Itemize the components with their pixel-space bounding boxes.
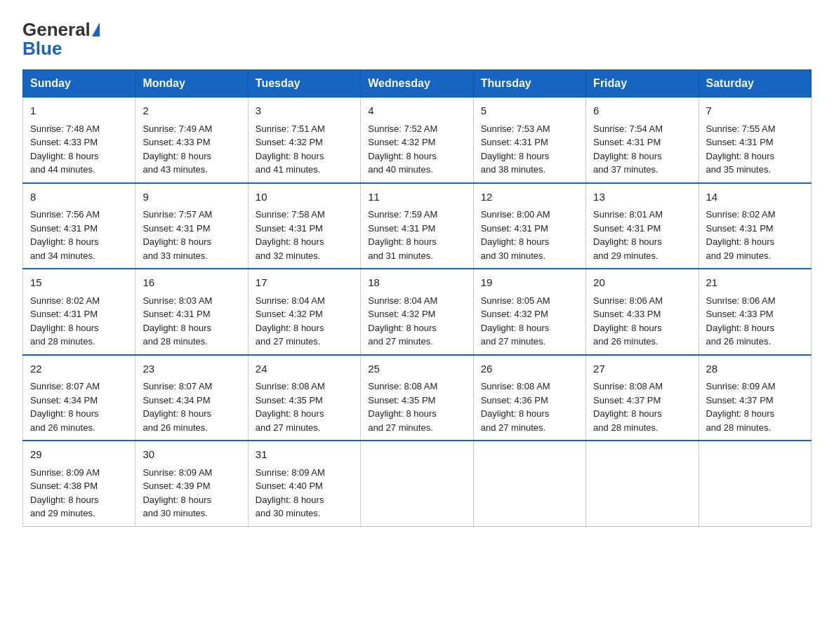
sunrise-text: Sunrise: 7:48 AM [30, 123, 100, 134]
daylight-text: Daylight: 8 hoursand 29 minutes. [30, 495, 99, 519]
sunrise-text: Sunrise: 8:04 AM [256, 295, 325, 306]
day-number: 7 [706, 103, 804, 119]
calendar-cell: 20Sunrise: 8:06 AMSunset: 4:33 PMDayligh… [586, 269, 699, 355]
daylight-text: Daylight: 8 hoursand 26 minutes. [706, 323, 775, 347]
day-number: 10 [256, 189, 353, 206]
daylight-text: Daylight: 8 hoursand 32 minutes. [256, 236, 324, 261]
calendar-cell: 4Sunrise: 7:52 AMSunset: 4:32 PMDaylight… [361, 98, 473, 183]
day-number: 16 [143, 275, 240, 291]
col-header-tuesday: Tuesday [248, 70, 360, 98]
calendar-header-row: SundayMondayTuesdayWednesdayThursdayFrid… [23, 70, 812, 98]
sunrise-text: Sunrise: 7:51 AM [256, 123, 325, 134]
calendar-cell: 2Sunrise: 7:49 AMSunset: 4:33 PMDaylight… [135, 98, 248, 183]
sunrise-text: Sunrise: 8:07 AM [30, 381, 100, 391]
logo-general-text: General [22, 20, 91, 40]
calendar-cell: 23Sunrise: 8:07 AMSunset: 4:34 PMDayligh… [135, 355, 248, 441]
daylight-text: Daylight: 8 hoursand 29 minutes. [593, 236, 662, 261]
day-number: 14 [706, 189, 804, 206]
day-number: 27 [593, 361, 691, 377]
daylight-text: Daylight: 8 hoursand 38 minutes. [481, 151, 550, 175]
daylight-text: Daylight: 8 hoursand 31 minutes. [368, 236, 437, 261]
calendar-cell [586, 441, 699, 526]
daylight-text: Daylight: 8 hoursand 34 minutes. [30, 236, 99, 261]
day-number: 3 [256, 103, 353, 119]
daylight-text: Daylight: 8 hoursand 28 minutes. [30, 323, 99, 347]
day-number: 29 [30, 447, 128, 463]
day-number: 5 [481, 103, 578, 119]
sunrise-text: Sunrise: 8:03 AM [143, 295, 212, 306]
daylight-text: Daylight: 8 hoursand 30 minutes. [481, 236, 550, 261]
day-number: 22 [30, 361, 128, 377]
sunset-text: Sunset: 4:39 PM [143, 481, 210, 491]
calendar-cell: 21Sunrise: 8:06 AMSunset: 4:33 PMDayligh… [699, 269, 811, 355]
day-number: 31 [256, 447, 353, 463]
sunrise-text: Sunrise: 8:08 AM [256, 381, 325, 391]
sunrise-text: Sunrise: 8:04 AM [368, 295, 437, 306]
calendar-cell: 17Sunrise: 8:04 AMSunset: 4:32 PMDayligh… [248, 269, 360, 355]
daylight-text: Daylight: 8 hoursand 28 minutes. [593, 408, 662, 433]
calendar-week-row: 8Sunrise: 7:56 AMSunset: 4:31 PMDaylight… [23, 183, 812, 269]
daylight-text: Daylight: 8 hoursand 40 minutes. [368, 151, 437, 175]
day-number: 18 [368, 275, 465, 291]
calendar-cell: 29Sunrise: 8:09 AMSunset: 4:38 PMDayligh… [23, 441, 135, 526]
sunrise-text: Sunrise: 8:09 AM [706, 381, 776, 391]
daylight-text: Daylight: 8 hoursand 27 minutes. [368, 323, 437, 347]
sunset-text: Sunset: 4:35 PM [368, 395, 435, 405]
day-number: 1 [30, 103, 128, 119]
sunrise-text: Sunrise: 7:56 AM [30, 209, 100, 220]
sunset-text: Sunset: 4:40 PM [256, 481, 323, 491]
daylight-text: Daylight: 8 hoursand 37 minutes. [593, 151, 662, 175]
day-number: 25 [368, 361, 465, 377]
col-header-thursday: Thursday [473, 70, 585, 98]
sunrise-text: Sunrise: 8:09 AM [30, 467, 100, 478]
calendar-cell: 28Sunrise: 8:09 AMSunset: 4:37 PMDayligh… [699, 355, 811, 441]
calendar-cell [473, 441, 585, 526]
calendar-cell: 24Sunrise: 8:08 AMSunset: 4:35 PMDayligh… [248, 355, 360, 441]
sunrise-text: Sunrise: 7:49 AM [143, 123, 212, 134]
sunset-text: Sunset: 4:33 PM [593, 309, 661, 319]
sunset-text: Sunset: 4:34 PM [30, 395, 98, 405]
sunrise-text: Sunrise: 8:09 AM [143, 467, 212, 478]
day-number: 30 [143, 447, 240, 463]
daylight-text: Daylight: 8 hoursand 28 minutes. [706, 408, 775, 433]
sunset-text: Sunset: 4:32 PM [368, 137, 435, 147]
sunset-text: Sunset: 4:35 PM [256, 395, 323, 405]
calendar-cell: 1Sunrise: 7:48 AMSunset: 4:33 PMDaylight… [23, 98, 135, 183]
sunrise-text: Sunrise: 8:02 AM [706, 209, 776, 220]
sunset-text: Sunset: 4:31 PM [143, 309, 210, 319]
day-number: 19 [481, 275, 578, 291]
daylight-text: Daylight: 8 hoursand 35 minutes. [706, 151, 775, 175]
sunset-text: Sunset: 4:32 PM [256, 137, 323, 147]
sunrise-text: Sunrise: 7:53 AM [481, 123, 550, 134]
calendar-cell: 13Sunrise: 8:01 AMSunset: 4:31 PMDayligh… [586, 183, 699, 269]
day-number: 4 [368, 103, 465, 119]
sunrise-text: Sunrise: 8:00 AM [481, 209, 550, 220]
col-header-wednesday: Wednesday [361, 70, 473, 98]
sunset-text: Sunset: 4:31 PM [593, 137, 661, 147]
daylight-text: Daylight: 8 hoursand 27 minutes. [481, 408, 550, 433]
sunrise-text: Sunrise: 7:57 AM [143, 209, 212, 220]
sunrise-text: Sunrise: 8:09 AM [256, 467, 325, 478]
sunset-text: Sunset: 4:31 PM [368, 223, 435, 234]
calendar-cell: 12Sunrise: 8:00 AMSunset: 4:31 PMDayligh… [473, 183, 585, 269]
col-header-friday: Friday [586, 70, 699, 98]
daylight-text: Daylight: 8 hoursand 41 minutes. [256, 151, 324, 175]
sunset-text: Sunset: 4:38 PM [30, 481, 98, 491]
calendar-cell: 7Sunrise: 7:55 AMSunset: 4:31 PMDaylight… [699, 98, 811, 183]
sunrise-text: Sunrise: 8:06 AM [593, 295, 663, 306]
daylight-text: Daylight: 8 hoursand 27 minutes. [256, 408, 324, 433]
logo-triangle-icon [92, 22, 100, 36]
daylight-text: Daylight: 8 hoursand 33 minutes. [143, 236, 211, 261]
calendar-week-row: 22Sunrise: 8:07 AMSunset: 4:34 PMDayligh… [23, 355, 812, 441]
sunrise-text: Sunrise: 7:58 AM [256, 209, 325, 220]
sunset-text: Sunset: 4:32 PM [256, 309, 323, 319]
calendar-cell [699, 441, 811, 526]
daylight-text: Daylight: 8 hoursand 30 minutes. [256, 495, 324, 519]
col-header-saturday: Saturday [699, 70, 811, 98]
sunset-text: Sunset: 4:31 PM [706, 223, 774, 234]
day-number: 15 [30, 275, 128, 291]
sunrise-text: Sunrise: 8:01 AM [593, 209, 663, 220]
calendar-cell: 18Sunrise: 8:04 AMSunset: 4:32 PMDayligh… [361, 269, 473, 355]
daylight-text: Daylight: 8 hoursand 27 minutes. [481, 323, 550, 347]
calendar-week-row: 29Sunrise: 8:09 AMSunset: 4:38 PMDayligh… [23, 441, 812, 526]
